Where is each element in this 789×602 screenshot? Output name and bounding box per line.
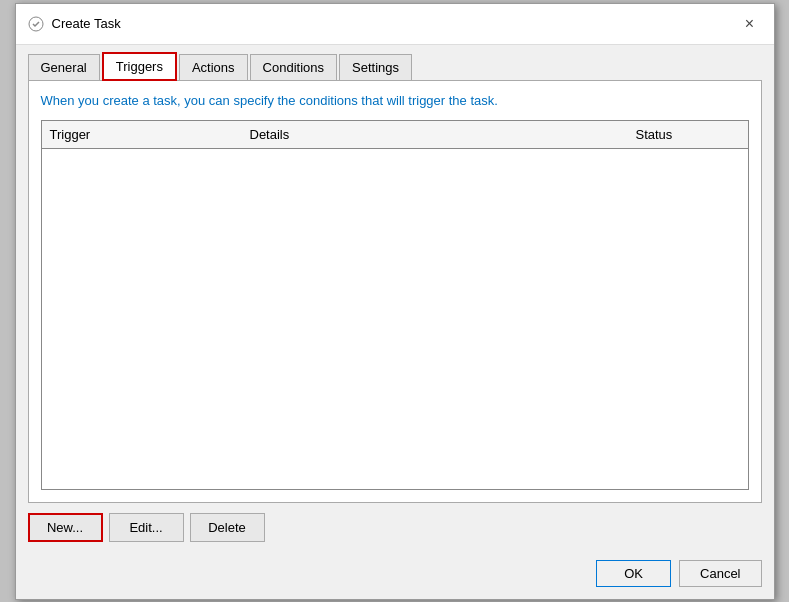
edit-button[interactable]: Edit...	[109, 513, 184, 542]
table-body	[42, 149, 748, 489]
info-text: When you create a task, you can specify …	[41, 93, 749, 108]
ok-button[interactable]: OK	[596, 560, 671, 587]
create-task-dialog: Create Task × General Triggers Actions C…	[15, 3, 775, 600]
title-bar-left: Create Task	[28, 16, 121, 32]
tab-conditions[interactable]: Conditions	[250, 54, 337, 81]
delete-button[interactable]: Delete	[190, 513, 265, 542]
dialog-title: Create Task	[52, 16, 121, 31]
column-details: Details	[242, 121, 628, 148]
close-button[interactable]: ×	[738, 12, 762, 36]
app-icon	[28, 16, 44, 32]
title-bar: Create Task ×	[16, 4, 774, 45]
action-buttons: New... Edit... Delete	[16, 503, 774, 552]
column-status: Status	[628, 121, 748, 148]
column-trigger: Trigger	[42, 121, 242, 148]
tab-actions[interactable]: Actions	[179, 54, 248, 81]
footer: OK Cancel	[16, 552, 774, 599]
triggers-table: Trigger Details Status	[41, 120, 749, 490]
cancel-button[interactable]: Cancel	[679, 560, 761, 587]
tabs-container: General Triggers Actions Conditions Sett…	[16, 45, 774, 80]
tab-settings[interactable]: Settings	[339, 54, 412, 81]
tab-triggers[interactable]: Triggers	[102, 52, 177, 81]
new-button[interactable]: New...	[28, 513, 103, 542]
tab-content: When you create a task, you can specify …	[28, 80, 762, 503]
tab-general[interactable]: General	[28, 54, 100, 81]
table-header: Trigger Details Status	[42, 121, 748, 149]
